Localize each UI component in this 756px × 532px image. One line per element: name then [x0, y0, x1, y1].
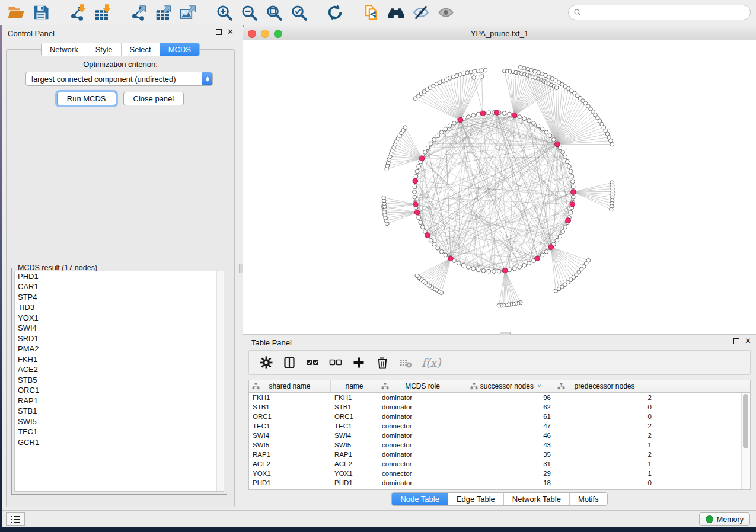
criterion-dropdown[interactable]: largest connected component (undirected): [25, 72, 213, 86]
tab-motifs[interactable]: Motifs: [570, 493, 607, 505]
tab-edge-table[interactable]: Edge Table: [448, 493, 504, 505]
export-image-button[interactable]: [176, 2, 200, 23]
columns-button[interactable]: [280, 354, 298, 371]
mcds-result-list[interactable]: PHD1CAR1STP4TID3YOX1SWI4SRD1PMA2FKH1ACE2…: [14, 271, 224, 492]
search-input[interactable]: [585, 8, 745, 17]
cell-mcds-role[interactable]: dominator: [378, 403, 467, 411]
table-float-window-icon[interactable]: [733, 338, 739, 344]
mcds-list-scrollbar[interactable]: [216, 271, 224, 491]
run-mcds-button[interactable]: Run MCDS: [57, 92, 116, 105]
tab-style[interactable]: Style: [87, 43, 122, 56]
cell-name[interactable]: SWI4: [331, 432, 378, 439]
cell-shared-name[interactable]: ORC1: [249, 413, 331, 420]
column-header-name[interactable]: name: [331, 380, 378, 392]
tab-network-table[interactable]: Network Table: [504, 493, 570, 505]
cell-successor-nodes[interactable]: 31: [467, 460, 554, 467]
cell-predecessor-nodes[interactable]: 0: [554, 403, 655, 411]
cell-mcds-role[interactable]: connector: [378, 470, 467, 477]
table-close-panel-icon[interactable]: ✕: [745, 338, 751, 344]
mcds-result-item[interactable]: ACE2: [15, 365, 224, 376]
cell-predecessor-nodes[interactable]: 1: [554, 470, 655, 477]
cell-predecessor-nodes[interactable]: 2: [554, 432, 655, 439]
cell-successor-nodes[interactable]: 43: [467, 441, 554, 448]
cell-mcds-role[interactable]: dominator: [378, 394, 467, 401]
cell-successor-nodes[interactable]: 96: [467, 394, 554, 401]
cell-name[interactable]: PHD1: [331, 479, 378, 486]
mcds-result-item[interactable]: RAP1: [15, 396, 224, 406]
save-session-button[interactable]: [28, 2, 53, 23]
cell-shared-name[interactable]: RAP1: [249, 451, 331, 458]
open-file-button[interactable]: [4, 2, 28, 23]
cell-predecessor-nodes[interactable]: 2: [554, 394, 655, 401]
cell-name[interactable]: STB1: [331, 403, 378, 411]
table-scrollbar[interactable]: [741, 393, 750, 489]
mcds-result-item[interactable]: STB5: [15, 375, 224, 386]
gear-button[interactable]: [257, 354, 275, 371]
cell-mcds-role[interactable]: dominator: [378, 451, 467, 458]
cell-successor-nodes[interactable]: 47: [467, 422, 554, 430]
mcds-result-item[interactable]: SWI5: [15, 416, 224, 427]
hide-selected-button[interactable]: [409, 2, 433, 23]
table-row[interactable]: ORC1ORC1dominator610: [249, 412, 742, 421]
zoom-out-button[interactable]: [237, 2, 261, 23]
cell-mcds-role[interactable]: dominator: [378, 479, 467, 486]
tab-node-table[interactable]: Node Table: [392, 493, 448, 505]
cell-successor-nodes[interactable]: 61: [467, 413, 554, 420]
deselect-all-button[interactable]: [327, 354, 344, 371]
mcds-result-item[interactable]: TID3: [15, 303, 224, 313]
mcds-result-item[interactable]: PMA2: [15, 344, 224, 355]
mcds-result-item[interactable]: PHD1: [15, 271, 224, 282]
table-row[interactable]: PHD1PHD1dominator180: [249, 478, 742, 488]
table-row[interactable]: RAP1RAP1dominator352: [249, 450, 742, 459]
cell-predecessor-nodes[interactable]: 2: [554, 422, 655, 430]
column-header-MCDS-role[interactable]: MCDS role: [378, 380, 467, 392]
float-window-icon[interactable]: [216, 29, 222, 35]
mcds-result-item[interactable]: STB1: [15, 406, 224, 417]
tab-mcds[interactable]: MCDS: [160, 43, 199, 56]
cell-successor-nodes[interactable]: 46: [467, 432, 554, 439]
table-row[interactable]: TEC1TEC1connector472: [249, 421, 742, 431]
cell-shared-name[interactable]: ACE2: [249, 460, 331, 467]
tab-select[interactable]: Select: [122, 43, 160, 56]
cell-name[interactable]: FKH1: [331, 394, 378, 401]
refresh-button[interactable]: [323, 2, 347, 23]
cell-mcds-role[interactable]: connector: [378, 422, 467, 430]
table-row[interactable]: YOX1YOX1connector291: [249, 469, 742, 478]
cell-shared-name[interactable]: STB1: [249, 403, 331, 411]
table-row[interactable]: STB1STB1dominator620: [249, 402, 742, 412]
cell-shared-name[interactable]: SWI4: [249, 432, 331, 439]
cell-name[interactable]: ORC1: [331, 413, 378, 420]
network-canvas[interactable]: [243, 40, 756, 334]
cell-successor-nodes[interactable]: 18: [467, 479, 554, 486]
cell-predecessor-nodes[interactable]: 1: [554, 441, 655, 448]
export-table-button[interactable]: [151, 2, 176, 23]
cell-predecessor-nodes[interactable]: 0: [554, 479, 655, 486]
cell-name[interactable]: RAP1: [331, 451, 378, 458]
search-box[interactable]: [568, 5, 751, 20]
cell-mcds-role[interactable]: dominator: [378, 432, 467, 439]
cell-successor-nodes[interactable]: 29: [467, 470, 554, 477]
table-row[interactable]: ACE2ACE2connector311: [249, 459, 742, 469]
zoom-selected-button[interactable]: [286, 2, 311, 23]
delete-row-button[interactable]: [373, 354, 391, 371]
mcds-result-item[interactable]: GCR1: [15, 437, 224, 448]
first-neighbors-button[interactable]: [384, 2, 409, 23]
cell-successor-nodes[interactable]: 62: [467, 403, 554, 411]
zoom-fit-button[interactable]: [261, 2, 286, 23]
network-graph[interactable]: [243, 40, 756, 334]
clone-network-button[interactable]: [359, 2, 384, 23]
select-all-button[interactable]: [304, 354, 321, 371]
cell-name[interactable]: TEC1: [331, 422, 378, 430]
import-network-button[interactable]: [65, 2, 90, 23]
mcds-result-item[interactable]: SRD1: [15, 334, 224, 344]
cell-shared-name[interactable]: PHD1: [249, 479, 331, 486]
tab-network[interactable]: Network: [42, 43, 87, 56]
cell-successor-nodes[interactable]: 35: [467, 451, 554, 458]
cell-shared-name[interactable]: SWI5: [249, 441, 331, 448]
cell-mcds-role[interactable]: connector: [378, 441, 467, 448]
cell-name[interactable]: SWI5: [331, 441, 378, 448]
export-network-button[interactable]: [126, 2, 151, 23]
cell-predecessor-nodes[interactable]: 1: [554, 460, 655, 467]
mcds-result-item[interactable]: FKH1: [15, 354, 224, 365]
mcds-result-item[interactable]: ORC1: [15, 386, 224, 396]
